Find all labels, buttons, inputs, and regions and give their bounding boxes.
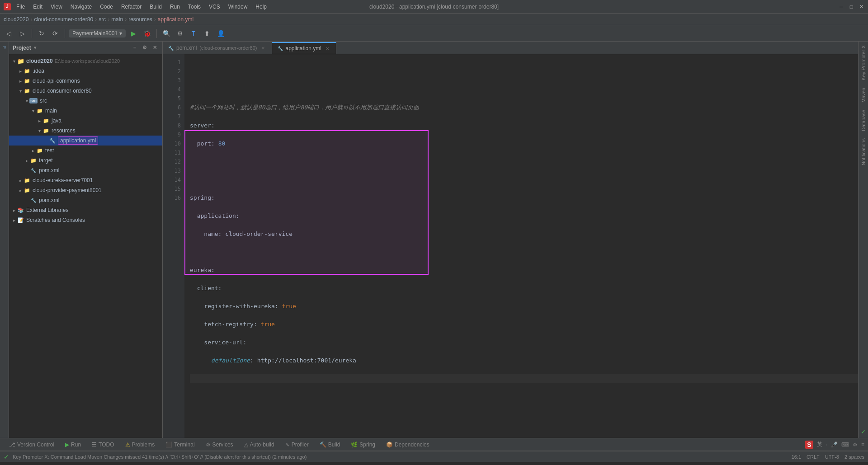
more-icon: ≡ xyxy=(861,442,864,448)
bottom-tab-problems[interactable]: ⚠ Problems xyxy=(120,438,160,451)
settings-button[interactable]: ⚙ xyxy=(174,28,186,39)
translate-button[interactable]: T xyxy=(188,28,199,39)
arrow-src xyxy=(24,99,30,103)
right-tool-notifications[interactable]: Notifications xyxy=(859,135,868,169)
tab-pom-xml[interactable]: 🔧 pom.xml (cloud-consumer-order80) ✕ xyxy=(163,42,272,54)
bottom-tab-auto-build[interactable]: △ Auto-build xyxy=(239,438,280,451)
menu-help[interactable]: Help xyxy=(252,3,270,11)
right-tool-key-promoter[interactable]: Key Promoter X xyxy=(859,42,868,84)
menu-refactor[interactable]: Refactor xyxy=(118,3,145,11)
terminal-label: Terminal xyxy=(174,442,194,448)
forward-button[interactable]: ▷ xyxy=(16,28,28,39)
bottom-tab-spring[interactable]: 🌿 Spring xyxy=(345,438,381,451)
close-button[interactable]: ✕ xyxy=(858,4,864,10)
tab-pom-close[interactable]: ✕ xyxy=(260,45,266,51)
arrow-api-commons xyxy=(17,79,24,84)
tree-item-payment8001[interactable]: 📁 cloud-provider-payment8001 xyxy=(9,185,162,195)
breadcrumb-main[interactable]: main xyxy=(111,16,123,23)
update-button[interactable]: ⬆ xyxy=(201,28,213,39)
build-icon: 🔨 xyxy=(320,442,326,448)
tree-item-java[interactable]: 📁 java xyxy=(9,116,162,126)
code-editor[interactable]: #访问一个网站时，默认是80端口，给用户80端口，用户就可以不用加端口直接访问页… xyxy=(184,54,858,438)
profile-button[interactable]: 👤 xyxy=(215,28,226,39)
menu-vcs[interactable]: VCS xyxy=(205,3,224,11)
code-line-10: eureka: xyxy=(190,266,858,275)
project-tool-btn[interactable]: P xyxy=(0,43,9,52)
bottom-tab-version-control[interactable]: ⎇ Version Control xyxy=(4,438,60,451)
folder-icon-java: 📁 xyxy=(42,117,50,124)
menu-tools[interactable]: Tools xyxy=(184,3,204,11)
bottom-tab-profiler[interactable]: ∿ Profiler xyxy=(280,438,314,451)
panel-close-btn[interactable]: ✕ xyxy=(151,44,159,52)
menu-file[interactable]: File xyxy=(13,3,28,11)
bottom-tab-services[interactable]: ⚙ Services xyxy=(200,438,239,451)
tree-item-order80[interactable]: 📁 cloud-consumer-order80 xyxy=(9,86,162,96)
tree-item-eureka7001[interactable]: 📁 cloud-eureka-server7001 xyxy=(9,175,162,185)
maximize-button[interactable]: □ xyxy=(848,4,854,10)
bottom-tab-todo[interactable]: ☰ TODO xyxy=(86,438,119,451)
cursor-position[interactable]: 16:1 xyxy=(792,454,801,460)
minimize-button[interactable]: ─ xyxy=(838,4,844,10)
refresh-button[interactable]: ↻ xyxy=(36,28,47,39)
tree-item-test[interactable]: test xyxy=(9,146,162,155)
tree-item-ext-libs[interactable]: 📚 External Libraries xyxy=(9,205,162,215)
bottom-tab-build[interactable]: 🔨 Build xyxy=(314,438,346,451)
arrow-eureka7001 xyxy=(17,178,24,183)
sync-button[interactable]: ⟳ xyxy=(49,28,61,39)
run-config-dropdown[interactable]: PaymentMain8001 ▾ xyxy=(69,29,126,38)
status-message: Key Promoter X: Command Load Maven Chang… xyxy=(13,454,307,460)
bottom-tab-dependencies[interactable]: 📦 Dependencies xyxy=(381,438,435,451)
breadcrumb-src[interactable]: src xyxy=(99,16,106,23)
encoding[interactable]: UTF-8 xyxy=(825,454,839,460)
folder-icon-src: src xyxy=(30,98,37,104)
bottom-tab-terminal[interactable]: ⬛ Terminal xyxy=(160,438,200,451)
tree-item-main[interactable]: main xyxy=(9,106,162,116)
tree-item-application-yml[interactable]: 🔧 application.yml xyxy=(9,136,162,146)
breadcrumb-order80[interactable]: cloud-consumer-order80 xyxy=(34,16,93,23)
tree-item-api-commons[interactable]: 📁 cloud-api-commons xyxy=(9,76,162,86)
panel-collapse-btn[interactable]: ≡ xyxy=(131,44,139,52)
right-tool-database[interactable]: Database xyxy=(859,106,868,135)
menu-code[interactable]: Code xyxy=(96,3,117,11)
auto-build-label: Auto-build xyxy=(250,442,274,448)
editor-tabs: 🔧 pom.xml (cloud-consumer-order80) ✕ 🔧 a… xyxy=(163,42,858,54)
breadcrumb-resources[interactable]: resources xyxy=(128,16,152,23)
tree-item-pom-root[interactable]: 🔧 pom.xml xyxy=(9,195,162,205)
breadcrumb-cloud2020[interactable]: cloud2020 xyxy=(4,16,28,23)
menu-view[interactable]: View xyxy=(47,3,66,11)
file-icon-yml: 🔧 xyxy=(49,137,56,144)
breadcrumb-file[interactable]: application.yml xyxy=(158,16,193,23)
search-everywhere-button[interactable]: 🔍 xyxy=(160,28,172,39)
panel-settings-btn[interactable]: ⚙ xyxy=(141,44,149,52)
editor-content[interactable]: 1 2 3 4 5 6 7 8 9 10 11 12 13 14 15 16 xyxy=(163,54,858,438)
window-title: cloud2020 - application.yml [cloud-consu… xyxy=(369,4,499,10)
tree-item-root[interactable]: 📁 cloud2020 E:\idea-workspace\cloud2020 xyxy=(9,56,162,66)
tree-item-idea[interactable]: .idea xyxy=(9,66,162,76)
arrow-order80 xyxy=(17,89,24,94)
menu-window[interactable]: Window xyxy=(225,3,251,11)
tree-item-target[interactable]: 📁 target xyxy=(9,155,162,165)
menu-build[interactable]: Build xyxy=(146,3,165,11)
menu-navigate[interactable]: Navigate xyxy=(67,3,95,11)
panel-title: Project xyxy=(13,45,31,51)
tab-application-yml[interactable]: 🔧 application.yml ✕ xyxy=(272,42,336,54)
arrow-payment8001 xyxy=(17,188,24,193)
bottom-tab-run[interactable]: ▶ Run xyxy=(60,438,86,451)
panel-dropdown-arrow[interactable]: ▾ xyxy=(34,45,36,50)
tree-item-resources[interactable]: 📁 resources xyxy=(9,126,162,136)
indent[interactable]: 2 spaces xyxy=(844,454,864,460)
menu-run[interactable]: Run xyxy=(166,3,184,11)
bottom-panel: ⎇ Version Control ▶ Run ☰ TODO ⚠ Problem… xyxy=(0,438,868,465)
tree-item-pom-order80[interactable]: 🔧 pom.xml xyxy=(9,165,162,175)
tree-item-scratches[interactable]: 📝 Scratches and Consoles xyxy=(9,215,162,225)
folder-icon-main xyxy=(36,108,43,114)
right-tool-maven[interactable]: Maven xyxy=(859,84,868,106)
back-button[interactable]: ◁ xyxy=(3,28,14,39)
line-ending[interactable]: CRLF xyxy=(807,454,820,460)
run-button[interactable]: ▶ xyxy=(127,28,139,39)
tab-yml-close[interactable]: ✕ xyxy=(324,45,330,52)
tree-item-src[interactable]: src src xyxy=(9,96,162,106)
debug-button[interactable]: 🐞 xyxy=(141,28,153,39)
menu-edit[interactable]: Edit xyxy=(29,3,46,11)
status-bar-icons: S 英 · 🎤 ⌨ ⚙ ≡ xyxy=(805,441,864,449)
